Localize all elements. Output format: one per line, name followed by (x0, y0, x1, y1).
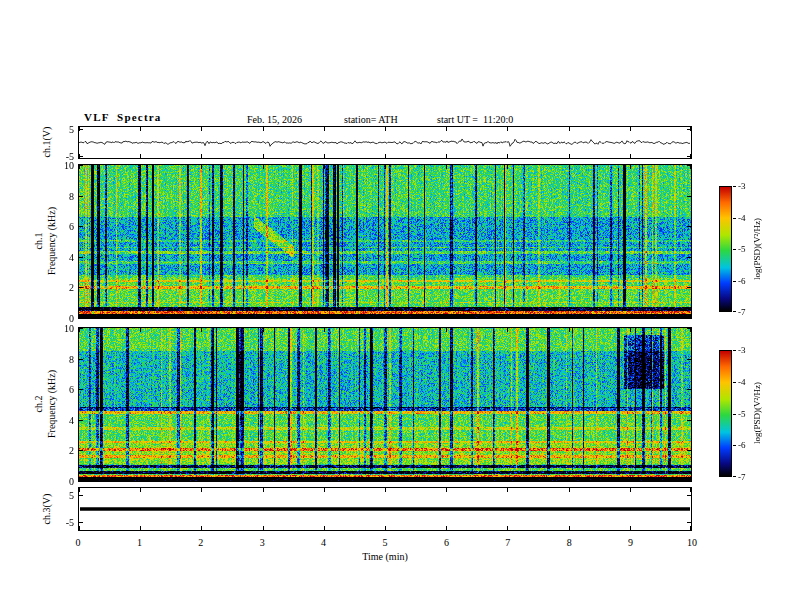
tick-mark (263, 154, 264, 158)
tick-mark (507, 328, 508, 332)
tick-mark (687, 522, 691, 523)
tick-mark (324, 154, 325, 158)
colorbar-tick-mark (733, 186, 736, 187)
tick-mark (630, 154, 631, 158)
y-tick-label: 0 (44, 476, 74, 487)
y-tick-label: 4 (44, 252, 74, 263)
tick-mark (446, 328, 447, 332)
tick-mark (140, 165, 141, 169)
x-tick-label: 0 (76, 537, 81, 548)
tick-mark (79, 287, 83, 288)
y-tick-label: 8 (44, 191, 74, 202)
station-label: station= ATH (344, 114, 398, 125)
tick-mark (79, 129, 83, 130)
tick-mark (79, 165, 83, 166)
tick-mark (385, 154, 386, 158)
x-tick-label: 6 (444, 537, 449, 548)
tick-mark (446, 477, 447, 481)
date-label: Feb. 15, 2026 (247, 114, 302, 125)
tick-mark (687, 420, 691, 421)
tick-mark (140, 477, 141, 481)
colorbar-tick-label: -4 (738, 213, 746, 223)
tick-mark (446, 314, 447, 318)
ch3-waveform-canvas (79, 488, 691, 530)
tick-mark (263, 488, 264, 492)
y-tick-label: 4 (44, 415, 74, 426)
tick-mark (140, 328, 141, 332)
tick-mark (324, 314, 325, 318)
tick-mark (140, 488, 141, 492)
tick-mark (201, 328, 202, 332)
colorbar-ch2-label: log(PSD)(V²/Hz) (752, 382, 762, 444)
y-tick-label: 6 (44, 221, 74, 232)
tick-mark (630, 488, 631, 492)
tick-mark (79, 317, 83, 318)
tick-mark (507, 165, 508, 169)
tick-mark (507, 477, 508, 481)
tick-mark (79, 389, 83, 390)
colorbar-tick-label: -3 (738, 181, 746, 191)
ch2-axis-label: ch.2 (33, 396, 44, 413)
ch1-axis-label: ch.1 (33, 233, 44, 250)
tick-mark (687, 359, 691, 360)
tick-mark (79, 526, 80, 530)
ch3-waveform-panel: 5-5 (78, 487, 692, 531)
tick-mark (687, 196, 691, 197)
tick-mark (446, 165, 447, 169)
colorbar-tick-label: -6 (738, 276, 746, 286)
x-tick-label: 4 (321, 537, 326, 548)
y-tick-label: 5 (44, 124, 74, 135)
tick-mark (630, 127, 631, 131)
x-tick-label: 10 (687, 537, 697, 548)
tick-mark (385, 165, 386, 169)
tick-mark (385, 477, 386, 481)
tick-mark (446, 526, 447, 530)
tick-mark (687, 287, 691, 288)
tick-mark (79, 522, 83, 523)
tick-mark (140, 127, 141, 131)
tick-mark (569, 314, 570, 318)
tick-mark (569, 328, 570, 332)
tick-mark (201, 154, 202, 158)
colorbar-tick-mark (733, 218, 736, 219)
tick-mark (79, 328, 83, 329)
colorbar-ch1-gradient (719, 186, 732, 312)
tick-mark (324, 477, 325, 481)
tick-mark (263, 328, 264, 332)
y-tick-label: 2 (44, 282, 74, 293)
tick-mark (569, 154, 570, 158)
tick-mark (690, 526, 691, 530)
tick-mark (201, 477, 202, 481)
colorbar-tick-mark (733, 249, 736, 250)
ch1-waveform-panel: 5-5 (78, 126, 692, 159)
tick-mark (446, 127, 447, 131)
colorbar-tick-label: -7 (738, 307, 746, 317)
tick-mark (324, 127, 325, 131)
colorbar-tick-mark (733, 382, 736, 383)
start-ut-label: start UT = 11:20:0 (437, 114, 513, 125)
y-tick-label: 5 (44, 490, 74, 501)
tick-mark (687, 317, 691, 318)
tick-mark (201, 165, 202, 169)
tick-mark (687, 328, 691, 329)
x-tick-label: 3 (260, 537, 265, 548)
tick-mark (687, 495, 691, 496)
tick-mark (79, 226, 83, 227)
tick-mark (79, 257, 83, 258)
tick-mark (79, 495, 83, 496)
tick-mark (446, 488, 447, 492)
tick-mark (385, 127, 386, 131)
tick-mark (687, 156, 691, 157)
ch2-spectrogram-canvas (79, 328, 691, 481)
tick-mark (263, 526, 264, 530)
tick-mark (324, 328, 325, 332)
tick-mark (263, 165, 264, 169)
tick-mark (79, 488, 80, 492)
ch1-spectrogram-panel: 1086420 (78, 164, 692, 319)
colorbar-tick-label: -5 (738, 244, 746, 254)
colorbar-tick-mark (733, 311, 736, 312)
tick-mark (687, 129, 691, 130)
ch2-spectrogram-panel: 1086420 (78, 327, 692, 482)
tick-mark (690, 488, 691, 492)
x-tick-label: 8 (567, 537, 572, 548)
